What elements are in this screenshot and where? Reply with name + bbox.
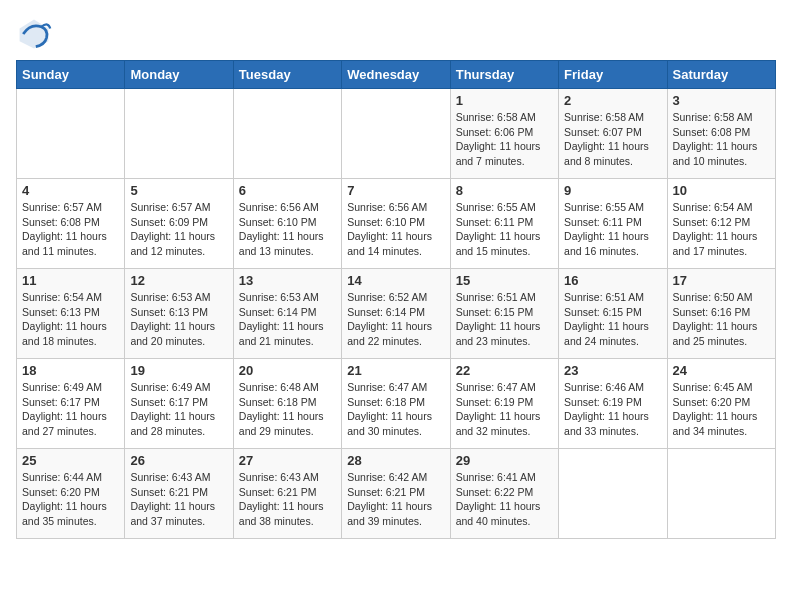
day-number: 19 (130, 363, 227, 378)
day-info: Sunrise: 6:47 AM Sunset: 6:19 PM Dayligh… (456, 380, 553, 439)
calendar-cell: 3Sunrise: 6:58 AM Sunset: 6:08 PM Daylig… (667, 89, 775, 179)
day-info: Sunrise: 6:54 AM Sunset: 6:12 PM Dayligh… (673, 200, 770, 259)
calendar-cell (233, 89, 341, 179)
header-friday: Friday (559, 61, 667, 89)
day-info: Sunrise: 6:53 AM Sunset: 6:14 PM Dayligh… (239, 290, 336, 349)
calendar-cell: 16Sunrise: 6:51 AM Sunset: 6:15 PM Dayli… (559, 269, 667, 359)
calendar-cell: 28Sunrise: 6:42 AM Sunset: 6:21 PM Dayli… (342, 449, 450, 539)
day-number: 22 (456, 363, 553, 378)
day-info: Sunrise: 6:50 AM Sunset: 6:16 PM Dayligh… (673, 290, 770, 349)
day-number: 13 (239, 273, 336, 288)
calendar-cell: 8Sunrise: 6:55 AM Sunset: 6:11 PM Daylig… (450, 179, 558, 269)
calendar-cell: 26Sunrise: 6:43 AM Sunset: 6:21 PM Dayli… (125, 449, 233, 539)
calendar-body: 1Sunrise: 6:58 AM Sunset: 6:06 PM Daylig… (17, 89, 776, 539)
day-number: 8 (456, 183, 553, 198)
calendar-week-2: 11Sunrise: 6:54 AM Sunset: 6:13 PM Dayli… (17, 269, 776, 359)
day-info: Sunrise: 6:53 AM Sunset: 6:13 PM Dayligh… (130, 290, 227, 349)
header-row: SundayMondayTuesdayWednesdayThursdayFrid… (17, 61, 776, 89)
day-number: 28 (347, 453, 444, 468)
day-info: Sunrise: 6:58 AM Sunset: 6:06 PM Dayligh… (456, 110, 553, 169)
header-thursday: Thursday (450, 61, 558, 89)
day-number: 12 (130, 273, 227, 288)
calendar-cell: 5Sunrise: 6:57 AM Sunset: 6:09 PM Daylig… (125, 179, 233, 269)
day-info: Sunrise: 6:55 AM Sunset: 6:11 PM Dayligh… (564, 200, 661, 259)
day-info: Sunrise: 6:54 AM Sunset: 6:13 PM Dayligh… (22, 290, 119, 349)
calendar-cell (342, 89, 450, 179)
day-info: Sunrise: 6:42 AM Sunset: 6:21 PM Dayligh… (347, 470, 444, 529)
calendar-cell: 17Sunrise: 6:50 AM Sunset: 6:16 PM Dayli… (667, 269, 775, 359)
page-header (16, 16, 776, 52)
day-info: Sunrise: 6:55 AM Sunset: 6:11 PM Dayligh… (456, 200, 553, 259)
header-wednesday: Wednesday (342, 61, 450, 89)
header-sunday: Sunday (17, 61, 125, 89)
day-number: 7 (347, 183, 444, 198)
calendar-cell: 29Sunrise: 6:41 AM Sunset: 6:22 PM Dayli… (450, 449, 558, 539)
day-info: Sunrise: 6:41 AM Sunset: 6:22 PM Dayligh… (456, 470, 553, 529)
header-saturday: Saturday (667, 61, 775, 89)
calendar-cell: 25Sunrise: 6:44 AM Sunset: 6:20 PM Dayli… (17, 449, 125, 539)
calendar-cell: 23Sunrise: 6:46 AM Sunset: 6:19 PM Dayli… (559, 359, 667, 449)
day-number: 18 (22, 363, 119, 378)
calendar-cell (667, 449, 775, 539)
calendar-cell (17, 89, 125, 179)
calendar-cell: 27Sunrise: 6:43 AM Sunset: 6:21 PM Dayli… (233, 449, 341, 539)
calendar-week-1: 4Sunrise: 6:57 AM Sunset: 6:08 PM Daylig… (17, 179, 776, 269)
day-number: 14 (347, 273, 444, 288)
day-number: 6 (239, 183, 336, 198)
day-info: Sunrise: 6:58 AM Sunset: 6:08 PM Dayligh… (673, 110, 770, 169)
day-number: 23 (564, 363, 661, 378)
calendar-table: SundayMondayTuesdayWednesdayThursdayFrid… (16, 60, 776, 539)
calendar-week-3: 18Sunrise: 6:49 AM Sunset: 6:17 PM Dayli… (17, 359, 776, 449)
header-tuesday: Tuesday (233, 61, 341, 89)
day-info: Sunrise: 6:44 AM Sunset: 6:20 PM Dayligh… (22, 470, 119, 529)
calendar-cell: 9Sunrise: 6:55 AM Sunset: 6:11 PM Daylig… (559, 179, 667, 269)
day-info: Sunrise: 6:51 AM Sunset: 6:15 PM Dayligh… (456, 290, 553, 349)
calendar-week-4: 25Sunrise: 6:44 AM Sunset: 6:20 PM Dayli… (17, 449, 776, 539)
day-info: Sunrise: 6:51 AM Sunset: 6:15 PM Dayligh… (564, 290, 661, 349)
day-number: 9 (564, 183, 661, 198)
calendar-cell: 19Sunrise: 6:49 AM Sunset: 6:17 PM Dayli… (125, 359, 233, 449)
day-number: 27 (239, 453, 336, 468)
day-info: Sunrise: 6:45 AM Sunset: 6:20 PM Dayligh… (673, 380, 770, 439)
calendar-cell: 4Sunrise: 6:57 AM Sunset: 6:08 PM Daylig… (17, 179, 125, 269)
day-number: 11 (22, 273, 119, 288)
calendar-cell: 21Sunrise: 6:47 AM Sunset: 6:18 PM Dayli… (342, 359, 450, 449)
day-number: 17 (673, 273, 770, 288)
header-monday: Monday (125, 61, 233, 89)
day-info: Sunrise: 6:57 AM Sunset: 6:09 PM Dayligh… (130, 200, 227, 259)
day-info: Sunrise: 6:43 AM Sunset: 6:21 PM Dayligh… (130, 470, 227, 529)
calendar-cell: 14Sunrise: 6:52 AM Sunset: 6:14 PM Dayli… (342, 269, 450, 359)
day-number: 16 (564, 273, 661, 288)
calendar-cell: 20Sunrise: 6:48 AM Sunset: 6:18 PM Dayli… (233, 359, 341, 449)
day-info: Sunrise: 6:43 AM Sunset: 6:21 PM Dayligh… (239, 470, 336, 529)
day-number: 29 (456, 453, 553, 468)
day-number: 2 (564, 93, 661, 108)
calendar-cell: 6Sunrise: 6:56 AM Sunset: 6:10 PM Daylig… (233, 179, 341, 269)
day-info: Sunrise: 6:56 AM Sunset: 6:10 PM Dayligh… (239, 200, 336, 259)
day-number: 5 (130, 183, 227, 198)
calendar-cell: 2Sunrise: 6:58 AM Sunset: 6:07 PM Daylig… (559, 89, 667, 179)
day-info: Sunrise: 6:47 AM Sunset: 6:18 PM Dayligh… (347, 380, 444, 439)
logo (16, 16, 56, 52)
calendar-week-0: 1Sunrise: 6:58 AM Sunset: 6:06 PM Daylig… (17, 89, 776, 179)
day-info: Sunrise: 6:46 AM Sunset: 6:19 PM Dayligh… (564, 380, 661, 439)
calendar-cell: 1Sunrise: 6:58 AM Sunset: 6:06 PM Daylig… (450, 89, 558, 179)
calendar-cell: 13Sunrise: 6:53 AM Sunset: 6:14 PM Dayli… (233, 269, 341, 359)
day-info: Sunrise: 6:58 AM Sunset: 6:07 PM Dayligh… (564, 110, 661, 169)
day-info: Sunrise: 6:56 AM Sunset: 6:10 PM Dayligh… (347, 200, 444, 259)
day-info: Sunrise: 6:49 AM Sunset: 6:17 PM Dayligh… (130, 380, 227, 439)
calendar-cell: 24Sunrise: 6:45 AM Sunset: 6:20 PM Dayli… (667, 359, 775, 449)
calendar-cell (125, 89, 233, 179)
calendar-cell: 12Sunrise: 6:53 AM Sunset: 6:13 PM Dayli… (125, 269, 233, 359)
logo-icon (16, 16, 52, 52)
day-number: 15 (456, 273, 553, 288)
calendar-cell: 10Sunrise: 6:54 AM Sunset: 6:12 PM Dayli… (667, 179, 775, 269)
day-info: Sunrise: 6:49 AM Sunset: 6:17 PM Dayligh… (22, 380, 119, 439)
day-number: 10 (673, 183, 770, 198)
day-info: Sunrise: 6:48 AM Sunset: 6:18 PM Dayligh… (239, 380, 336, 439)
calendar-cell: 15Sunrise: 6:51 AM Sunset: 6:15 PM Dayli… (450, 269, 558, 359)
day-number: 1 (456, 93, 553, 108)
calendar-header: SundayMondayTuesdayWednesdayThursdayFrid… (17, 61, 776, 89)
calendar-cell: 7Sunrise: 6:56 AM Sunset: 6:10 PM Daylig… (342, 179, 450, 269)
day-number: 21 (347, 363, 444, 378)
